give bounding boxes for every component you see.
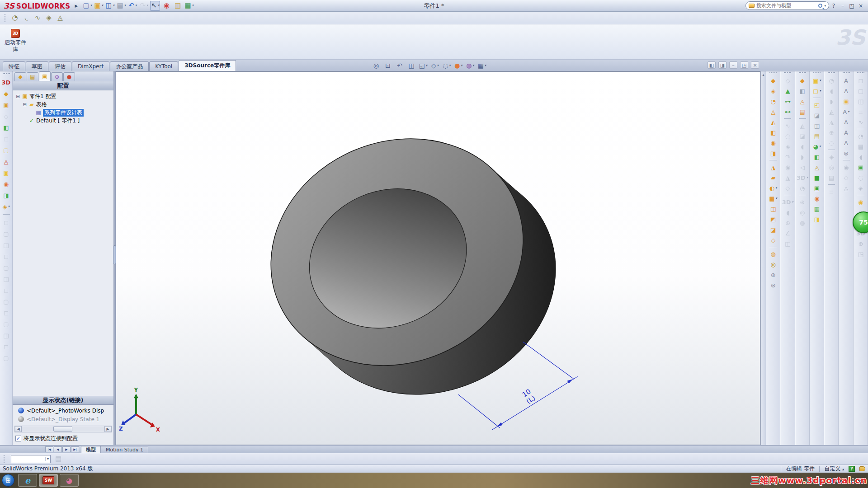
section-properties-icon[interactable]: ◫ xyxy=(855,96,866,106)
untrim-surface-icon[interactable]: ◎ xyxy=(826,162,837,172)
search-input[interactable] xyxy=(756,3,816,9)
hide-show-items-icon[interactable]: ◌▾ xyxy=(442,61,451,70)
revolved-boss-icon[interactable]: ◈ xyxy=(768,86,778,96)
reference-plane-icon[interactable]: ▣ xyxy=(1,168,11,178)
offset-entities-icon[interactable]: ↷ xyxy=(782,152,793,162)
surface-finish-icon[interactable]: ◇ xyxy=(841,173,852,183)
shell-icon[interactable]: ◨ xyxy=(1,190,11,200)
restore-document-icon[interactable]: ◳ xyxy=(740,61,748,69)
view-settings-icon[interactable]: ▦▾ xyxy=(477,61,486,70)
point-tool-icon[interactable]: ⊕ xyxy=(782,218,793,228)
display-style-icon[interactable]: ◇▾ xyxy=(430,61,439,70)
tab-特征[interactable]: 特征 xyxy=(3,61,25,71)
slider-relation-icon[interactable]: ⊶ xyxy=(782,96,793,106)
help-button[interactable]: ? xyxy=(829,2,838,10)
vcr-button[interactable]: |◀ xyxy=(45,446,53,452)
revolved-boss-icon[interactable]: ◻ xyxy=(1,134,11,144)
revolved-surface-icon[interactable]: ◖ xyxy=(826,86,837,96)
tooling-split-icon[interactable]: ▤ xyxy=(797,107,808,117)
slider-dimension-icon[interactable]: ⊷ xyxy=(782,107,793,117)
tree-item[interactable]: ⊟▣零件1 配置 xyxy=(14,92,113,100)
wireframe-view-icon[interactable]: ◻ xyxy=(1,217,11,227)
tab-3DSource零件库[interactable]: 3DSource零件库 xyxy=(179,60,236,71)
sustainability-icon[interactable]: ◉ xyxy=(855,197,866,207)
tree-item-label[interactable]: Default [ 零件1 ] xyxy=(36,117,80,125)
revolved-cut-icon[interactable]: ◨ xyxy=(768,148,778,158)
isometric-view-icon[interactable]: ▢ xyxy=(1,353,11,363)
task-pane-splitter[interactable]: ▴ xyxy=(760,71,766,445)
fillet-icon[interactable]: ▢ xyxy=(1,145,11,155)
weld-symbol-icon[interactable]: ◬ xyxy=(841,183,852,193)
smart-note-icon[interactable]: A xyxy=(841,86,852,96)
tree-item[interactable]: ✓Default [ 零件1 ] xyxy=(14,117,113,125)
stats-icon[interactable]: ≡ xyxy=(855,107,866,117)
mass-properties-icon[interactable]: ▢ xyxy=(855,86,866,96)
display-state-label[interactable]: <Default>_PhotoWorks Disp xyxy=(27,408,104,414)
search-scope-folder-icon[interactable] xyxy=(749,4,755,8)
shaded-view-icon[interactable]: ◫ xyxy=(1,240,11,250)
model-tab-Motion Study 1[interactable]: Motion Study 1 xyxy=(101,446,148,453)
tree-item-label[interactable]: 系列零件设计表 xyxy=(43,109,84,117)
draft-analysis-icon[interactable]: ◧ xyxy=(797,86,808,96)
hidden-lines-view-icon[interactable]: ▢ xyxy=(1,229,11,239)
planar-surface-icon[interactable]: ◗ xyxy=(797,152,808,162)
toolbar-grip[interactable] xyxy=(769,72,777,74)
interference-lights-icon[interactable]: ◉ xyxy=(161,1,171,11)
freeform-icon[interactable]: ◔ xyxy=(797,183,808,193)
drawer-feature-icon[interactable]: ▤ xyxy=(811,131,822,141)
featuremanager-tree-tab[interactable]: ◆ xyxy=(14,72,26,81)
reference-plane-icon[interactable]: ▣▾ xyxy=(811,75,822,85)
balloon-icon[interactable]: ◉ xyxy=(841,162,852,172)
3d-sketch-icon[interactable]: 3D xyxy=(1,77,11,87)
green-block-icon[interactable]: ■ xyxy=(811,173,822,183)
select-icon[interactable]: ↖▾ xyxy=(150,1,160,11)
hole-wizard-icon[interactable]: ◉ xyxy=(768,138,778,148)
measure-icon[interactable]: ◻ xyxy=(855,75,866,85)
toolbar-grip[interactable] xyxy=(4,455,5,463)
thicken-icon[interactable]: ▤ xyxy=(826,173,837,183)
dimxpert-tool-icon[interactable]: ⊕ xyxy=(855,239,866,249)
shadow-view-icon[interactable]: ◻ xyxy=(1,251,11,261)
new-document-icon[interactable]: ▢▾ xyxy=(82,1,92,11)
redo-icon[interactable]: ↷▾ xyxy=(139,1,149,11)
part-template-icon[interactable]: ◨ xyxy=(811,214,822,224)
design-checklist-icon[interactable]: ▦▾ xyxy=(184,1,194,11)
tree-expander-icon[interactable]: ⊟ xyxy=(22,102,27,107)
surface-list-icon[interactable]: ≡ xyxy=(826,187,837,197)
apply-scene-icon[interactable]: ◍▾ xyxy=(466,61,475,70)
configurationmanager-tab[interactable]: ▣ xyxy=(39,71,51,81)
close-button[interactable]: × xyxy=(856,2,865,10)
search-icon[interactable] xyxy=(818,4,822,8)
display-state-label[interactable]: <Default>_Display State 1 xyxy=(27,416,99,422)
view-orientation-icon[interactable]: ◱▾ xyxy=(419,61,428,70)
customize-menu[interactable]: 自定义 ▴ xyxy=(824,465,844,473)
scroll-left-icon[interactable]: ◀ xyxy=(15,426,22,432)
tree-item[interactable]: ▦系列零件设计表 xyxy=(14,108,113,117)
sketch-icon[interactable]: ◆ xyxy=(1,89,11,99)
collapse-pane-left-icon[interactable]: ◧ xyxy=(708,61,716,69)
convert-entities-icon[interactable]: ◉ xyxy=(782,162,793,172)
extruded-surface-icon[interactable]: ◔ xyxy=(826,75,837,85)
note-add-icon[interactable]: A▾ xyxy=(841,107,852,117)
projected-curve-icon[interactable]: ◈ xyxy=(44,13,54,23)
scrollbar-thumb[interactable] xyxy=(53,426,72,432)
top-view-icon[interactable]: ◫ xyxy=(1,330,11,340)
toolbar-grip[interactable] xyxy=(784,72,791,74)
export-tool-icon[interactable]: ◳ xyxy=(855,249,866,259)
extruded-cut-icon[interactable]: ◧ xyxy=(768,127,778,137)
section-view-icon[interactable]: ◫ xyxy=(407,61,416,70)
mirror-icon[interactable]: ◇ xyxy=(768,235,778,245)
parting-analysis-icon[interactable]: ◈ xyxy=(855,183,866,193)
pattern-icon[interactable]: ◈▾ xyxy=(1,202,11,211)
tab-评估[interactable]: 评估 xyxy=(49,61,71,71)
knit-surface-icon[interactable]: ◖ xyxy=(797,141,808,151)
model-tab-模型[interactable]: 模型 xyxy=(81,446,101,453)
tab-草图[interactable]: 草图 xyxy=(26,61,48,71)
note-icon[interactable]: A xyxy=(841,75,852,85)
dome-icon[interactable]: ◍ xyxy=(768,249,778,259)
minimize-button[interactable]: – xyxy=(838,2,847,10)
restore-button[interactable]: ◳ xyxy=(847,2,856,10)
curvature-icon[interactable]: ◖ xyxy=(855,152,866,162)
solidworks-taskbar-button[interactable]: SW xyxy=(39,474,58,487)
arc-tool-icon[interactable]: ◖ xyxy=(782,207,793,217)
